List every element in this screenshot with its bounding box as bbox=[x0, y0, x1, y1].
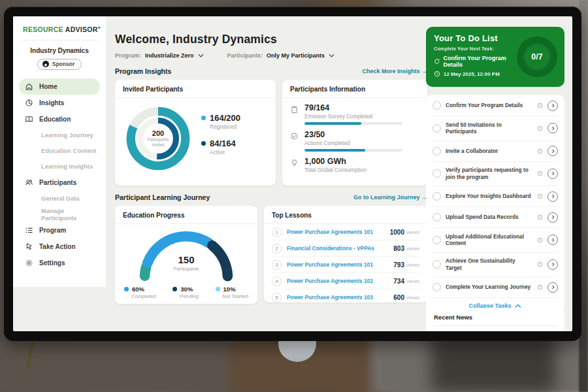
logo-primary: RESOURCE bbox=[23, 25, 63, 33]
recent-news-title: Recent News bbox=[434, 314, 557, 321]
chevron-right-icon bbox=[550, 103, 556, 108]
legend-not-started: 10% Not Started bbox=[216, 286, 248, 299]
task-open-button[interactable] bbox=[547, 101, 558, 111]
lesson-row[interactable]: 5 Power Purchase Agreements 103 600views bbox=[272, 289, 419, 305]
list-icon bbox=[25, 226, 33, 235]
todo-summary-card: Your To Do List Complete Your Next Task:… bbox=[426, 27, 564, 87]
task-row[interactable]: Verify participants requesting to join t… bbox=[433, 162, 558, 187]
sidebar-item-education-content[interactable]: Education Content bbox=[19, 143, 100, 159]
task-row[interactable]: Upload Spend Data Records bbox=[433, 207, 558, 228]
task-checkbox[interactable] bbox=[433, 169, 441, 178]
news-divider bbox=[434, 325, 557, 326]
task-open-button[interactable] bbox=[547, 212, 558, 223]
lesson-row[interactable]: 4 Power Purchase Agreements 102 734views bbox=[272, 273, 419, 289]
sidebar-item-learning-journey[interactable]: Learning Journey bbox=[19, 127, 100, 143]
task-checkbox[interactable] bbox=[433, 124, 441, 133]
learning-journey-header: Participant Learning Journey Go to Learn… bbox=[115, 193, 427, 201]
card-title: Top Lessons bbox=[264, 206, 427, 224]
task-open-button[interactable] bbox=[547, 282, 558, 293]
task-open-button[interactable] bbox=[547, 259, 558, 270]
task-open-button[interactable] bbox=[547, 123, 558, 133]
task-row[interactable]: Confirm Your Program Details bbox=[433, 95, 558, 116]
chevron-right-icon bbox=[550, 193, 556, 199]
sidebar-item-participants[interactable]: Participants bbox=[19, 174, 100, 191]
clock-icon bbox=[537, 284, 543, 290]
stat-consumption: 1,000 GWh Total Global Consumption bbox=[282, 152, 427, 173]
task-row[interactable]: Complete Your Learning Journey bbox=[433, 277, 558, 298]
home-icon bbox=[25, 82, 33, 91]
program-dropdown[interactable]: Program: Industrialize Zero bbox=[115, 52, 204, 59]
task-row[interactable]: Send 50 Invitations to Participants bbox=[433, 116, 558, 141]
task-checkbox[interactable] bbox=[433, 192, 441, 201]
legend-dot bbox=[172, 287, 177, 291]
task-row[interactable]: Invite a Collaborator bbox=[433, 141, 558, 162]
logo-secondary: ADVISOR bbox=[65, 25, 98, 33]
top-lessons-card: Top Lessons 1 Power Purchase Agreements … bbox=[264, 206, 427, 302]
lesson-link[interactable]: Power Purchase Agreements 101 bbox=[287, 229, 390, 235]
lesson-link[interactable]: Power Purchase Agreements 102 bbox=[287, 278, 393, 284]
sidebar-item-settings[interactable]: Settings bbox=[19, 255, 100, 271]
task-checkbox[interactable] bbox=[433, 260, 441, 269]
stat-actions: 23/50 Actions Completed bbox=[282, 125, 427, 152]
todo-progress-value: 0/7 bbox=[531, 52, 542, 61]
recent-news-card: Recent News bbox=[426, 308, 564, 331]
task-checkbox[interactable] bbox=[433, 283, 441, 291]
task-checkbox[interactable] bbox=[433, 101, 441, 110]
participants-label: Participants: bbox=[227, 52, 263, 59]
task-open-button[interactable] bbox=[547, 146, 558, 156]
actions-icon bbox=[290, 132, 299, 140]
task-open-button[interactable] bbox=[547, 235, 558, 245]
sidebar-item-general-data[interactable]: General Data bbox=[19, 191, 100, 206]
lesson-row[interactable]: 3 Power Purchase Agreements 101 793views bbox=[272, 257, 419, 273]
lesson-rank: 5 bbox=[272, 293, 282, 302]
sponsor-icon: ◆ bbox=[42, 61, 49, 67]
task-checkbox[interactable] bbox=[433, 147, 441, 155]
sidebar-item-take-action[interactable]: Take Action bbox=[19, 238, 100, 255]
lesson-link[interactable]: Power Purchase Agreements 103 bbox=[287, 294, 393, 301]
clock-icon bbox=[537, 103, 543, 108]
participants-icon bbox=[25, 178, 33, 187]
check-more-insights-link[interactable]: Check More Insights → bbox=[362, 68, 427, 74]
participants-information-card: Participants Information 79/164 Emission… bbox=[282, 80, 427, 186]
sidebar-divider bbox=[21, 40, 98, 41]
donut-center-value: 200 bbox=[152, 129, 164, 137]
lesson-row[interactable]: 1 Power Purchase Agreements 101 1000view… bbox=[272, 224, 419, 240]
lesson-link[interactable]: Financial Considerations - VPPAs bbox=[287, 245, 393, 252]
card-title: Participants Information bbox=[282, 80, 427, 98]
go-to-learning-journey-link[interactable]: Go to Learning Journey → bbox=[353, 194, 427, 201]
insights-cards-row: Invited Participants bbox=[115, 80, 427, 186]
task-open-button[interactable] bbox=[547, 169, 558, 179]
org-name: Industry Dynamics bbox=[13, 47, 106, 54]
participants-value: Only My Participants bbox=[267, 52, 325, 59]
sidebar-item-insights[interactable]: Insights bbox=[19, 95, 100, 111]
task-checkbox[interactable] bbox=[433, 236, 441, 244]
stat-emission-survey: 79/164 Emission Survey Completed bbox=[282, 98, 427, 125]
section-title: Participant Learning Journey bbox=[115, 193, 210, 201]
sidebar-item-learning-insights[interactable]: Learning Insights bbox=[19, 159, 100, 174]
gauge-center-value: 150 bbox=[135, 254, 238, 265]
sidebar-item-program[interactable]: Program bbox=[19, 222, 100, 238]
education-progress-card: Education Progress 150 Participants bbox=[115, 206, 257, 304]
clock-icon bbox=[537, 148, 543, 154]
logo-plus: + bbox=[98, 25, 101, 29]
sidebar-item-education[interactable]: Education bbox=[19, 111, 100, 127]
task-row[interactable]: Upload Additional Educational Content bbox=[433, 228, 558, 253]
lesson-link[interactable]: Power Purchase Agreements 101 bbox=[287, 261, 393, 268]
participants-dropdown[interactable]: Participants: Only My Participants bbox=[227, 52, 335, 59]
task-open-button[interactable] bbox=[547, 191, 558, 202]
legend-completed: 60% Completed bbox=[124, 286, 156, 299]
sidebar-item-home[interactable]: Home bbox=[19, 78, 100, 95]
task-row[interactable]: Achieve One Sustainability Target bbox=[433, 253, 558, 278]
app-logo: RESOURCE ADVISOR+ bbox=[13, 16, 106, 33]
chevron-right-icon bbox=[550, 284, 556, 290]
chevron-right-icon bbox=[550, 125, 556, 131]
refresh-icon bbox=[434, 58, 440, 65]
dashboard-screen: RESOURCE ADVISOR+ Industry Dynamics ◆ Sp… bbox=[13, 16, 572, 331]
lesson-row[interactable]: 2 Financial Considerations - VPPAs 803vi… bbox=[272, 240, 419, 257]
sidebar-item-manage-participants[interactable]: Manage Participants bbox=[19, 206, 100, 222]
todo-progress-ring: 0/7 bbox=[517, 37, 557, 77]
sidebar-item-label: Program bbox=[39, 227, 66, 234]
lesson-rank: 2 bbox=[272, 244, 282, 253]
task-row[interactable]: Explore Your Insights Dashboard bbox=[433, 186, 558, 207]
task-checkbox[interactable] bbox=[433, 213, 441, 221]
